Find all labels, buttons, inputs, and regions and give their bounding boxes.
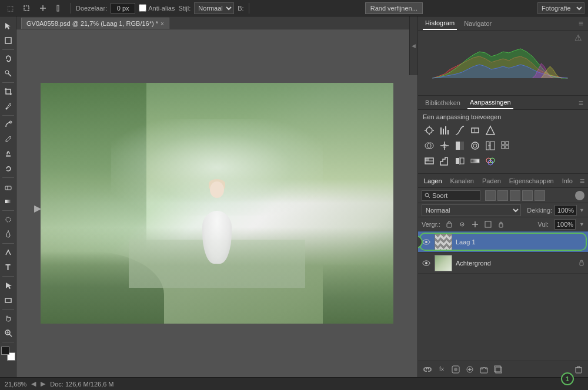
filter-adjust-btn[interactable] (497, 190, 508, 201)
kanalen-tab[interactable]: Kanalen (449, 177, 475, 184)
adj-selectivecolor-icon[interactable] (484, 154, 497, 167)
filter-type-btn[interactable] (510, 190, 520, 201)
layer-eye-laag1[interactable] (422, 237, 431, 247)
layers-search-input[interactable] (432, 192, 473, 199)
adj-threshold-icon[interactable] (453, 154, 466, 167)
lagen-tab[interactable]: Lagen (423, 177, 443, 184)
filter-shape-btn[interactable] (522, 190, 533, 201)
new-adjustment-btn[interactable] (464, 364, 476, 375)
filter-smartobj-btn[interactable] (534, 190, 545, 201)
histogram-tab[interactable]: Histogram (423, 16, 457, 30)
eigenschappen-tab[interactable]: Eigenschappen (508, 177, 555, 184)
adj-gradientmap-icon[interactable] (469, 154, 482, 167)
layer-row-achtergrond[interactable]: Achtergrond (418, 253, 588, 274)
lock-all-btn[interactable] (496, 219, 506, 230)
lock-artboard-btn[interactable] (483, 219, 493, 230)
adj-photofilter-icon[interactable] (469, 139, 482, 152)
adj-levels-icon[interactable] (438, 124, 451, 137)
adj-colorbalance-icon[interactable] (438, 139, 451, 152)
adj-posterize-icon[interactable] (438, 154, 451, 167)
tool-marquee-options[interactable] (20, 2, 33, 15)
adj-exposure-icon[interactable] (469, 124, 482, 137)
rand-verfijnen-button[interactable]: Rand verfijnen... (365, 2, 423, 14)
aanpassingen-options-btn[interactable]: ≡ (579, 98, 583, 107)
tool-history-brush[interactable] (1, 162, 15, 176)
canvas-nav-arrow[interactable]: ▶ (34, 203, 41, 214)
workspace-select[interactable]: Fotografie (537, 2, 584, 14)
lock-transparent-btn[interactable] (444, 219, 455, 230)
delete-layer-btn[interactable] (573, 364, 584, 375)
tool-hand[interactable] (1, 311, 15, 325)
stijl-select[interactable]: Normaal (194, 2, 234, 14)
adj-hsl-icon[interactable] (423, 139, 436, 152)
opacity-input[interactable] (554, 205, 577, 216)
adj-colorlookup-icon[interactable] (499, 139, 512, 152)
navigator-tab[interactable]: Navigator (462, 16, 494, 30)
histogram-options-btn[interactable]: ≡ (579, 19, 583, 28)
bibliotheken-tab[interactable]: Bibliotheken (423, 96, 463, 109)
lock-position-btn[interactable] (470, 219, 480, 230)
new-group-btn[interactable] (478, 364, 490, 375)
tool-magic-wand[interactable] (1, 66, 15, 80)
tool-blur[interactable] (1, 213, 15, 227)
tool-artboard[interactable] (1, 33, 15, 48)
adj-bw-icon[interactable] (453, 139, 466, 152)
tool-move-btn[interactable] (1, 19, 15, 33)
tool-lasso[interactable] (1, 52, 15, 66)
fill-chevron[interactable]: ▼ (579, 221, 584, 227)
fill-input[interactable] (554, 219, 576, 230)
svg-rect-17 (5, 298, 11, 302)
status-arrow-left[interactable]: ◀ (31, 380, 36, 388)
fg-color-swatch[interactable] (1, 347, 9, 355)
tool-zoom[interactable] (1, 326, 15, 340)
tool-move[interactable] (36, 2, 49, 15)
adj-invert-icon[interactable] (423, 154, 436, 167)
tool-text[interactable]: T (1, 260, 15, 274)
tool-brush[interactable] (1, 132, 15, 146)
new-layer-btn[interactable] (492, 364, 504, 375)
layers-options-btn[interactable]: ≡ (580, 176, 584, 186)
tool-dodge[interactable] (1, 227, 15, 241)
adj-icons-row-1 (423, 124, 583, 137)
tab-close-button[interactable]: × (161, 21, 164, 27)
aanpassingen-tab[interactable]: Aanpassingen (467, 96, 513, 109)
tool-marquee-rect[interactable]: ⬚ (4, 2, 16, 15)
opacity-chevron[interactable]: ▼ (579, 207, 584, 213)
add-style-btn[interactable]: fx (436, 364, 447, 375)
tool-eyedropper[interactable] (1, 99, 15, 113)
photo-canvas[interactable] (41, 83, 393, 324)
layer-eye-achtergrond[interactable] (422, 258, 431, 268)
adj-channelmixer-icon[interactable] (484, 139, 497, 152)
blend-mode-select[interactable]: Normaal (422, 204, 521, 216)
doezelaar-input[interactable] (111, 3, 135, 14)
anti-alias-checkbox[interactable] (139, 4, 146, 12)
color-swatches[interactable] (1, 347, 15, 361)
filter-pixel-btn[interactable] (485, 190, 496, 201)
svg-point-69 (425, 241, 427, 243)
tool-shape[interactable] (1, 293, 15, 307)
canvas-tab[interactable]: GV0A0558.psd @ 21,7% (Laag 1, RGB/16*) *… (21, 18, 169, 29)
tool-eraser[interactable] (1, 180, 15, 194)
anti-alias-label[interactable]: Anti-alias (139, 4, 175, 12)
panel-collapse-btn[interactable]: ◀ (409, 16, 417, 75)
tool-path-select[interactable] (1, 278, 15, 292)
info-tab[interactable]: Info (561, 177, 574, 184)
link-layers-btn[interactable] (422, 364, 433, 375)
status-arrow-right[interactable]: ▶ (41, 380, 45, 388)
tool-pen[interactable] (1, 246, 15, 260)
adj-curves-icon[interactable] (453, 124, 466, 137)
paden-tab[interactable]: Paden (481, 177, 502, 184)
tool-gradient[interactable] (1, 194, 15, 209)
adj-brightness-icon[interactable] (423, 124, 436, 137)
add-mask-btn[interactable] (450, 364, 462, 375)
photo-girl-figure (199, 181, 235, 264)
lock-pixels-btn[interactable] (457, 219, 467, 230)
tool-spot-heal[interactable] (1, 117, 15, 132)
filter-toggle-btn[interactable] (575, 191, 584, 200)
tool-select-col[interactable] (53, 2, 66, 15)
stijl-label: Stijl: (178, 5, 191, 12)
tool-crop[interactable] (1, 85, 15, 99)
adj-vibrance-icon[interactable] (484, 124, 497, 137)
tool-stamp[interactable] (1, 147, 15, 161)
layer-row-laag1[interactable]: 2 Laag 1 (418, 231, 588, 253)
